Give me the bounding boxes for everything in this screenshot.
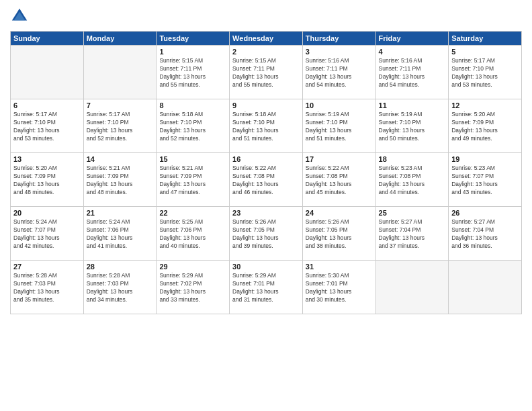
weekday-header-sunday: Sunday	[11, 32, 84, 46]
day-number: 17	[306, 155, 373, 163]
day-info: Sunrise: 5:24 AM Sunset: 7:07 PM Dayligh…	[13, 218, 81, 250]
day-number: 27	[13, 263, 81, 271]
day-info: Sunrise: 5:29 AM Sunset: 7:02 PM Dayligh…	[159, 272, 226, 304]
day-info: Sunrise: 5:23 AM Sunset: 7:07 PM Dayligh…	[451, 165, 519, 197]
day-number: 1	[159, 48, 226, 56]
week-row-3: 13Sunrise: 5:20 AM Sunset: 7:09 PM Dayli…	[11, 153, 522, 207]
day-number: 4	[379, 48, 446, 56]
day-info: Sunrise: 5:21 AM Sunset: 7:09 PM Dayligh…	[87, 165, 154, 197]
calendar-cell: 25Sunrise: 5:27 AM Sunset: 7:04 PM Dayli…	[375, 207, 449, 261]
calendar-cell: 16Sunrise: 5:22 AM Sunset: 7:08 PM Dayli…	[230, 153, 303, 207]
calendar-cell	[83, 46, 157, 99]
day-number: 13	[13, 155, 81, 163]
day-number: 9	[232, 101, 300, 109]
day-info: Sunrise: 5:17 AM Sunset: 7:10 PM Dayligh…	[13, 111, 81, 143]
calendar-cell: 19Sunrise: 5:23 AM Sunset: 7:07 PM Dayli…	[449, 153, 522, 207]
day-number: 26	[451, 209, 519, 217]
header	[10, 7, 522, 26]
day-info: Sunrise: 5:18 AM Sunset: 7:10 PM Dayligh…	[159, 111, 226, 143]
day-info: Sunrise: 5:28 AM Sunset: 7:03 PM Dayligh…	[13, 272, 81, 304]
calendar-cell: 12Sunrise: 5:20 AM Sunset: 7:09 PM Dayli…	[449, 99, 522, 153]
day-info: Sunrise: 5:22 AM Sunset: 7:08 PM Dayligh…	[232, 165, 300, 197]
calendar-cell: 8Sunrise: 5:18 AM Sunset: 7:10 PM Daylig…	[157, 99, 230, 153]
day-number: 10	[306, 101, 373, 109]
day-number: 7	[87, 101, 154, 109]
day-number: 3	[306, 48, 373, 56]
day-number: 28	[87, 263, 154, 271]
weekday-header-thursday: Thursday	[302, 32, 375, 46]
day-number: 18	[379, 155, 446, 163]
day-info: Sunrise: 5:15 AM Sunset: 7:11 PM Dayligh…	[159, 57, 226, 89]
day-number: 6	[13, 101, 81, 109]
day-number: 5	[451, 48, 519, 56]
day-info: Sunrise: 5:15 AM Sunset: 7:11 PM Dayligh…	[232, 57, 300, 89]
day-info: Sunrise: 5:26 AM Sunset: 7:05 PM Dayligh…	[232, 218, 300, 250]
week-row-4: 20Sunrise: 5:24 AM Sunset: 7:07 PM Dayli…	[11, 207, 522, 261]
day-number: 15	[159, 155, 226, 163]
calendar-cell: 18Sunrise: 5:23 AM Sunset: 7:08 PM Dayli…	[375, 153, 449, 207]
day-info: Sunrise: 5:25 AM Sunset: 7:06 PM Dayligh…	[159, 218, 226, 250]
day-number: 2	[232, 48, 300, 56]
logo-icon	[10, 7, 29, 26]
day-info: Sunrise: 5:20 AM Sunset: 7:09 PM Dayligh…	[451, 111, 519, 143]
day-info: Sunrise: 5:29 AM Sunset: 7:01 PM Dayligh…	[232, 272, 300, 304]
calendar-cell	[375, 261, 449, 314]
calendar-cell: 17Sunrise: 5:22 AM Sunset: 7:08 PM Dayli…	[302, 153, 375, 207]
calendar-cell: 6Sunrise: 5:17 AM Sunset: 7:10 PM Daylig…	[11, 99, 84, 153]
day-number: 31	[306, 263, 373, 271]
day-info: Sunrise: 5:27 AM Sunset: 7:04 PM Dayligh…	[451, 218, 519, 250]
day-info: Sunrise: 5:21 AM Sunset: 7:09 PM Dayligh…	[159, 165, 226, 197]
calendar-cell: 22Sunrise: 5:25 AM Sunset: 7:06 PM Dayli…	[157, 207, 230, 261]
day-info: Sunrise: 5:30 AM Sunset: 7:01 PM Dayligh…	[306, 272, 373, 304]
day-number: 21	[87, 209, 154, 217]
weekday-header-saturday: Saturday	[449, 32, 522, 46]
page: SundayMondayTuesdayWednesdayThursdayFrid…	[0, 0, 532, 411]
calendar-cell: 10Sunrise: 5:19 AM Sunset: 7:10 PM Dayli…	[302, 99, 375, 153]
day-number: 25	[379, 209, 446, 217]
calendar-cell: 1Sunrise: 5:15 AM Sunset: 7:11 PM Daylig…	[157, 46, 230, 99]
calendar-cell: 28Sunrise: 5:28 AM Sunset: 7:03 PM Dayli…	[83, 261, 157, 314]
day-number: 19	[451, 155, 519, 163]
day-info: Sunrise: 5:19 AM Sunset: 7:10 PM Dayligh…	[306, 111, 373, 143]
calendar-cell: 24Sunrise: 5:26 AM Sunset: 7:05 PM Dayli…	[302, 207, 375, 261]
calendar-table: SundayMondayTuesdayWednesdayThursdayFrid…	[10, 31, 522, 314]
day-number: 12	[451, 101, 519, 109]
calendar-cell: 20Sunrise: 5:24 AM Sunset: 7:07 PM Dayli…	[11, 207, 84, 261]
calendar-cell	[449, 261, 522, 314]
week-row-2: 6Sunrise: 5:17 AM Sunset: 7:10 PM Daylig…	[11, 99, 522, 153]
weekday-header-row: SundayMondayTuesdayWednesdayThursdayFrid…	[11, 32, 522, 46]
calendar-cell: 5Sunrise: 5:17 AM Sunset: 7:10 PM Daylig…	[449, 46, 522, 99]
weekday-header-friday: Friday	[375, 32, 449, 46]
calendar-cell: 15Sunrise: 5:21 AM Sunset: 7:09 PM Dayli…	[157, 153, 230, 207]
weekday-header-tuesday: Tuesday	[157, 32, 230, 46]
day-info: Sunrise: 5:17 AM Sunset: 7:10 PM Dayligh…	[451, 57, 519, 89]
day-info: Sunrise: 5:22 AM Sunset: 7:08 PM Dayligh…	[306, 165, 373, 197]
calendar-cell: 13Sunrise: 5:20 AM Sunset: 7:09 PM Dayli…	[11, 153, 84, 207]
day-info: Sunrise: 5:23 AM Sunset: 7:08 PM Dayligh…	[379, 165, 446, 197]
logo	[10, 7, 32, 26]
day-info: Sunrise: 5:16 AM Sunset: 7:11 PM Dayligh…	[306, 57, 373, 89]
day-info: Sunrise: 5:26 AM Sunset: 7:05 PM Dayligh…	[306, 218, 373, 250]
calendar-cell	[11, 46, 84, 99]
calendar-cell: 29Sunrise: 5:29 AM Sunset: 7:02 PM Dayli…	[157, 261, 230, 314]
day-info: Sunrise: 5:18 AM Sunset: 7:10 PM Dayligh…	[232, 111, 300, 143]
week-row-1: 1Sunrise: 5:15 AM Sunset: 7:11 PM Daylig…	[11, 46, 522, 99]
calendar-cell: 2Sunrise: 5:15 AM Sunset: 7:11 PM Daylig…	[230, 46, 303, 99]
day-number: 16	[232, 155, 300, 163]
day-number: 11	[379, 101, 446, 109]
day-number: 8	[159, 101, 226, 109]
day-number: 29	[159, 263, 226, 271]
day-info: Sunrise: 5:16 AM Sunset: 7:11 PM Dayligh…	[379, 57, 446, 89]
day-info: Sunrise: 5:20 AM Sunset: 7:09 PM Dayligh…	[13, 165, 81, 197]
week-row-5: 27Sunrise: 5:28 AM Sunset: 7:03 PM Dayli…	[11, 261, 522, 314]
calendar-cell: 7Sunrise: 5:17 AM Sunset: 7:10 PM Daylig…	[83, 99, 157, 153]
calendar-cell: 30Sunrise: 5:29 AM Sunset: 7:01 PM Dayli…	[230, 261, 303, 314]
calendar-cell: 4Sunrise: 5:16 AM Sunset: 7:11 PM Daylig…	[375, 46, 449, 99]
weekday-header-monday: Monday	[83, 32, 157, 46]
day-info: Sunrise: 5:17 AM Sunset: 7:10 PM Dayligh…	[87, 111, 154, 143]
calendar-cell: 23Sunrise: 5:26 AM Sunset: 7:05 PM Dayli…	[230, 207, 303, 261]
day-number: 14	[87, 155, 154, 163]
calendar-cell: 21Sunrise: 5:24 AM Sunset: 7:06 PM Dayli…	[83, 207, 157, 261]
day-number: 23	[232, 209, 300, 217]
day-info: Sunrise: 5:19 AM Sunset: 7:10 PM Dayligh…	[379, 111, 446, 143]
